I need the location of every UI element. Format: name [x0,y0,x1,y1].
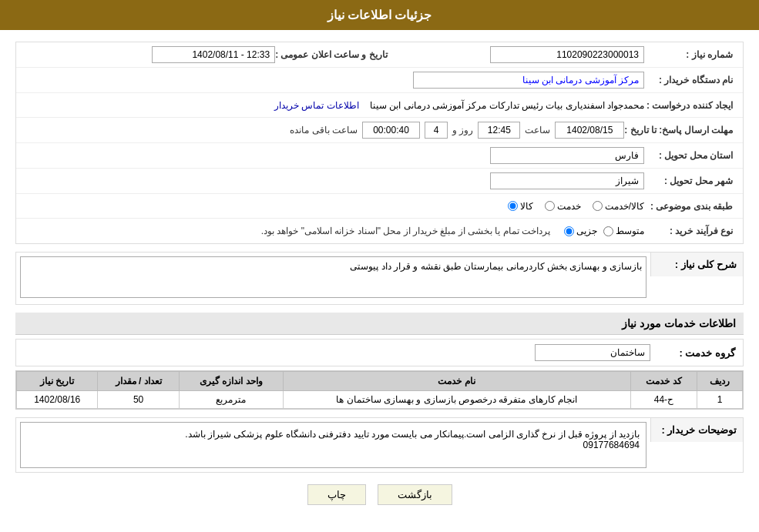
announce-date-value: 1402/08/11 - 12:33 [152,46,275,63]
deadline-label: مهلت ارسال پاسخ: تا تاریخ : [624,125,737,136]
creator-value: محمدجواد اسفندیاری بیات رئیس تدارکات مرک… [370,100,644,111]
contact-link[interactable]: اطلاعات تماس خریدار [274,100,359,111]
col-header-date: تاریخ نیاز [17,372,98,391]
service-group-label: گروه خدمت : [658,347,735,359]
page-header: جزئیات اطلاعات نیاز [0,0,759,30]
deadline-date-row: 1402/08/15 ساعت 12:45 روز و 4 00:00:40 س… [22,122,624,139]
deadline-time-label: ساعت [525,125,550,136]
announce-date-label: تاریخ و ساعت اعلان عمومی : [275,49,391,60]
table-header-row: ردیف کد خدمت نام خدمت واحد اندازه گیری ت… [17,372,743,391]
need-number-value: 1102090223000013 [490,46,644,63]
deadline-date-value: 1402/08/15 [555,122,624,139]
province-label: استان محل تحویل : [644,150,737,161]
service-group-row: گروه خدمت : ساختمان [15,339,744,366]
buyer-notes-section: توضیحات خریدار : بازدید از پروژه قبل از … [15,417,744,473]
purchase-proc-row: متوسط جزیی پرداخت تمام یا بخشی از مبلغ خ… [22,226,644,236]
need-number-label: شماره نیاز : [644,49,737,60]
page-container: جزئیات اطلاعات نیاز شماره نیاز : 1102090… [0,0,759,532]
col-header-service-code: کد خدمت [630,372,697,391]
cell-date: 1402/08/16 [17,391,98,409]
province-value: فارس [490,147,644,164]
col-header-unit: واحد اندازه گیری [179,372,283,391]
main-content: شماره نیاز : 1102090223000013 تاریخ و سا… [0,30,759,524]
city-value: شیراز [490,172,644,189]
purchase-option-small[interactable]: جزیی [564,226,597,236]
cell-row-num: 1 [697,391,743,409]
service-group-value: ساختمان [535,344,650,361]
province-row: استان محل تحویل : فارس [16,143,743,169]
buyer-org-label: نام دستگاه خریدار : [644,75,737,85]
print-button[interactable]: چاپ [307,484,366,505]
city-label: شهر محل تحویل : [644,176,737,186]
need-number-row: شماره نیاز : 1102090223000013 تاریخ و سا… [16,42,743,68]
cell-unit: مترمربع [179,391,283,409]
category-row: طبقه بندی موضوعی : کالا/خدمت خدمت کالا [16,194,743,219]
category-radio-group: کالا/خدمت خدمت کالا [22,201,644,212]
purchase-type-row: نوع فرآیند خرید : متوسط جزیی پرداخت تمام… [16,219,743,243]
purchase-note: پرداخت تمام یا بخشی از مبلغ خریدار از مح… [261,226,550,236]
page-title: جزئیات اطلاعات نیاز [327,8,432,22]
deadline-days-value: 4 [425,122,448,139]
col-header-row-num: ردیف [697,372,743,391]
purchase-option-medium[interactable]: متوسط [603,226,644,236]
buyer-org-row: نام دستگاه خریدار : مرکز آموزشی درمانی ا… [16,68,743,93]
table-row: 1 ح-44 انجام کارهای متفرقه درخصوص بازساز… [17,391,743,409]
category-label: طبقه بندی موضوعی : [644,201,737,212]
description-section: شرح کلی نیاز : [15,252,744,305]
purchase-type-label: نوع فرآیند خرید : [644,226,737,236]
creator-row: ایجاد کننده درخواست : محمدجواد اسفندیاری… [16,93,743,118]
services-table: ردیف کد خدمت نام خدمت واحد اندازه گیری ت… [16,371,743,409]
buyer-org-value: مرکز آموزشی درمانی ابن سینا [413,72,644,89]
main-form-section: شماره نیاز : 1102090223000013 تاریخ و سا… [15,42,744,244]
deadline-row: مهلت ارسال پاسخ: تا تاریخ : 1402/08/15 س… [16,118,743,143]
services-table-section: ردیف کد خدمت نام خدمت واحد اندازه گیری ت… [15,370,744,410]
description-label: شرح کلی نیاز : [650,253,743,276]
cell-service-code: ح-44 [630,391,697,409]
buyer-notes-label: توضیحات خریدار : [650,418,743,442]
back-button[interactable]: بازگشت [378,484,452,505]
deadline-remaining-label: ساعت باقی مانده [290,125,358,136]
deadline-time-value: 12:45 [478,122,520,139]
cell-quantity: 50 [98,391,179,409]
col-header-service-name: نام خدمت [283,372,630,391]
city-row: شهر محل تحویل : شیراز [16,169,743,194]
category-option-2[interactable]: خدمت [545,201,581,212]
buyer-notes-value: بازدید از پروژه قبل از نرخ گذاری الزامی … [20,422,646,468]
buttons-row: بازگشت چاپ [15,484,744,505]
col-header-quantity: تعداد / مقدار [98,372,179,391]
deadline-day-label: روز و [452,125,473,136]
category-option-1[interactable]: کالا [508,201,533,212]
description-textarea[interactable] [20,256,646,298]
category-option-3[interactable]: کالا/خدمت [593,201,644,212]
deadline-remaining-value: 00:00:40 [362,122,420,139]
cell-service-name: انجام کارهای متفرقه درخصوص بازسازی و بهس… [283,391,630,409]
creator-label: ایجاد کننده درخواست : [644,100,737,111]
services-section-title: اطلاعات خدمات مورد نیاز [15,313,744,335]
